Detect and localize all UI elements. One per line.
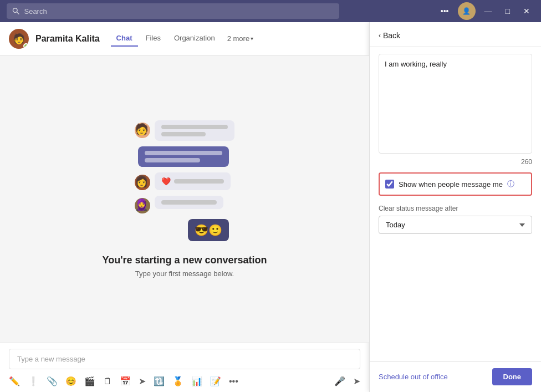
search-input[interactable] — [24, 7, 334, 16]
message-input-area: Type a new message ✏️ ❕ 📎 😊 🎬 🗒 📅 ➤ 🔃 🏅 … — [0, 343, 369, 392]
more-tools-icon[interactable]: ••• — [229, 376, 238, 386]
msg-line — [161, 132, 206, 136]
conversation-illustration: 🧑 👩 — [135, 120, 234, 241]
msg-bubble-4 — [155, 196, 223, 209]
info-icon[interactable]: ⓘ — [507, 179, 514, 189]
svg-line-1 — [17, 12, 19, 14]
tab-chat[interactable]: Chat — [111, 30, 138, 47]
msg-bubble-3: ❤️ — [155, 172, 231, 190]
praise-icon[interactable]: 🏅 — [172, 376, 183, 386]
schedule-icon[interactable]: 📅 — [120, 376, 131, 386]
emoji-icon[interactable]: 😊 — [65, 376, 76, 386]
chat-content: 🧑 👩 — [0, 55, 369, 343]
message-input-placeholder: Type a new message — [9, 349, 360, 369]
close-button[interactable]: ✕ — [519, 4, 534, 18]
done-button[interactable]: Done — [492, 368, 533, 385]
send-controls: 🎤 ➤ — [334, 376, 360, 386]
chat-panel: 🧑 Paramita Kalita Chat Files Organizatio… — [0, 22, 369, 392]
conversation-title: You're starting a new conversation — [102, 254, 267, 266]
send-icon[interactable]: ➤ — [353, 376, 360, 386]
tab-more[interactable]: 2 more ▾ — [223, 31, 258, 46]
back-label: Back — [383, 31, 400, 40]
user-avatar-title[interactable]: 👤 — [458, 2, 476, 20]
more-tab-label: 2 more — [227, 34, 249, 43]
search-icon — [12, 7, 19, 15]
format-icon[interactable]: ✏️ — [9, 376, 20, 386]
gif-icon[interactable]: 🎬 — [84, 376, 95, 386]
titlebar: ••• 👤 — □ ✕ — [0, 0, 541, 22]
back-button[interactable]: ‹ Back — [379, 31, 400, 40]
chevron-down-icon: ▾ — [251, 35, 253, 42]
search-bar[interactable] — [7, 3, 339, 19]
mini-avatar-2: 👩 — [135, 175, 150, 190]
status-textarea[interactable]: I am working, really — [379, 54, 532, 154]
exclamation-icon[interactable]: ❕ — [28, 376, 39, 386]
conversation-subtitle: Type your first message below. — [135, 269, 234, 278]
chart-icon[interactable]: 📊 — [191, 376, 202, 386]
loop-icon[interactable]: 🔃 — [154, 376, 165, 386]
message-toolbar: ✏️ ❕ 📎 😊 🎬 🗒 📅 ➤ 🔃 🏅 📊 📝 ••• 🎤 ➤ — [9, 374, 360, 389]
chat-tabs: Chat Files Organization 2 more ▾ — [111, 30, 258, 47]
panel-header: ‹ Back — [370, 22, 541, 47]
clear-after-dropdown[interactable]: Never 30 minutes 1 hour 4 hours Today Th… — [379, 216, 532, 234]
msg-line — [161, 125, 228, 129]
mini-avatar-3: 🧕 — [135, 198, 150, 213]
msg-line — [145, 158, 200, 162]
titlebar-controls: ••• 👤 — □ ✕ — [436, 2, 534, 20]
status-indicator — [23, 43, 29, 49]
show-when-message-checkbox[interactable] — [385, 180, 394, 189]
tab-organization[interactable]: Organization — [169, 30, 221, 47]
schedule-out-of-office-link[interactable]: Schedule out of office — [379, 373, 448, 381]
illustration-row-3: 👩 ❤️ — [135, 172, 234, 190]
whiteboard-icon[interactable]: 📝 — [210, 376, 221, 386]
chevron-left-icon: ‹ — [379, 32, 381, 39]
msg-line — [174, 179, 224, 184]
chat-header: 🧑 Paramita Kalita Chat Files Organizatio… — [0, 22, 369, 55]
more-options-button[interactable]: ••• — [436, 4, 453, 18]
msg-bubble-2 — [138, 146, 229, 167]
illustration-row-4: 🧕 — [135, 196, 234, 213]
illustration-row-2 — [135, 146, 229, 167]
attach-icon[interactable]: 📎 — [47, 376, 58, 386]
contact-name: Paramita Kalita — [35, 34, 100, 44]
panel-body: I am working, really 260 Show when peopl… — [370, 47, 541, 361]
emoji-row: 😎🙂 — [188, 219, 229, 241]
sticker-icon[interactable]: 🗒 — [103, 376, 112, 386]
tab-files[interactable]: Files — [140, 30, 166, 47]
show-when-message-row: Show when people message me ⓘ — [379, 172, 532, 196]
status-panel: ‹ Back I am working, really 260 Show whe… — [369, 22, 541, 392]
panel-footer: Schedule out of office Done — [370, 361, 541, 392]
contact-avatar: 🧑 — [9, 29, 29, 49]
msg-line — [145, 151, 222, 155]
show-when-message-label: Show when people message me — [399, 180, 503, 189]
mini-avatar-1: 🧑 — [135, 123, 150, 138]
dictate-icon[interactable]: 🎤 — [334, 376, 345, 386]
minimize-button[interactable]: — — [480, 4, 497, 18]
main-layout: 🧑 Paramita Kalita Chat Files Organizatio… — [0, 22, 541, 392]
clear-after-label: Clear status message after — [379, 205, 532, 212]
msg-line — [161, 200, 217, 205]
msg-bubble-1 — [155, 120, 234, 141]
maximize-button[interactable]: □ — [501, 4, 514, 18]
illustration-row-1: 🧑 — [135, 120, 234, 141]
send-later-icon[interactable]: ➤ — [139, 376, 146, 386]
char-count: 260 — [379, 158, 532, 166]
emoji-row-container: 😎🙂 — [135, 219, 229, 241]
